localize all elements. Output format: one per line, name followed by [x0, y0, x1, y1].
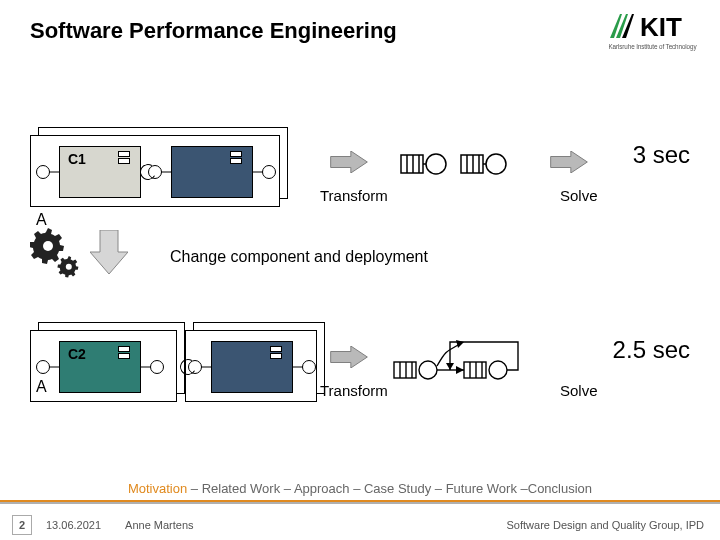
solve-label-2: Solve — [560, 382, 598, 399]
breadcrumb: Motivation – Related Work – Approach – C… — [0, 481, 720, 496]
arrow-right-icon — [330, 346, 368, 368]
svg-rect-24 — [464, 362, 486, 378]
page-number: 2 — [12, 515, 32, 535]
transform-label-1: Transform — [320, 187, 388, 204]
component-c1: C1 — [59, 146, 141, 198]
component-c1-label: C1 — [68, 151, 86, 167]
node-label-a2: A — [36, 378, 47, 396]
queue-icon — [400, 147, 452, 181]
svg-point-23 — [419, 361, 437, 379]
footer-author: Anne Martens — [125, 519, 193, 531]
slide-title: Software Performance Engineering — [30, 18, 397, 44]
result-1: 3 sec — [633, 141, 690, 169]
component-icon — [274, 346, 288, 358]
arrow-down-icon — [90, 230, 128, 274]
footer-date: 13.06.2021 — [46, 519, 101, 531]
component-icon — [122, 151, 136, 163]
solve-label-1: Solve — [560, 187, 598, 204]
change-row: Change component and deployment — [30, 238, 690, 288]
system-box-a1: C1 A — [30, 135, 278, 205]
breadcrumb-rest: – Related Work – Approach – Case Study –… — [187, 481, 592, 496]
pipeline-row-2: C2 A Transform — [30, 330, 690, 420]
pipeline-row-1: C1 A Transform — [30, 135, 690, 225]
kit-logo: KIT Karlsruhe Institute of Technology — [605, 10, 700, 50]
system-box-a2: C2 A — [30, 330, 175, 400]
component-c2-label: C2 — [68, 346, 86, 362]
svg-point-15 — [43, 241, 53, 251]
footer-group: Software Design and Quality Group, IPD — [507, 519, 704, 531]
gear-icon — [30, 228, 80, 278]
arrow-right-icon — [550, 151, 588, 173]
breadcrumb-active: Motivation — [128, 481, 187, 496]
svg-marker-29 — [446, 363, 454, 370]
queue-network-icon — [390, 330, 540, 390]
transform-label-2: Transform — [320, 382, 388, 399]
svg-point-16 — [66, 264, 72, 270]
footer: 2 13.06.2021 Anne Martens Software Desig… — [0, 510, 720, 540]
svg-point-28 — [489, 361, 507, 379]
change-label: Change component and deployment — [170, 248, 428, 266]
arrow-right-icon — [330, 151, 368, 173]
component-dark-1 — [171, 146, 253, 198]
svg-point-6 — [426, 154, 446, 174]
logo-caption: Karlsruhe Institute of Technology — [605, 43, 700, 50]
component-dark-2 — [211, 341, 293, 393]
node-label-a1: A — [36, 211, 47, 229]
svg-rect-19 — [394, 362, 416, 378]
svg-marker-14 — [551, 151, 588, 173]
breadcrumb-divider — [0, 500, 720, 502]
component-icon — [234, 151, 248, 163]
component-icon — [122, 346, 136, 358]
system-box-b2 — [185, 330, 315, 400]
svg-marker-30 — [456, 340, 464, 348]
component-c2: C2 — [59, 341, 141, 393]
result-2: 2.5 sec — [613, 336, 690, 364]
queue-icon — [460, 147, 512, 181]
svg-marker-17 — [90, 230, 128, 274]
svg-text:KIT: KIT — [640, 12, 682, 42]
svg-point-12 — [486, 154, 506, 174]
svg-marker-1 — [331, 151, 368, 173]
svg-marker-18 — [331, 346, 368, 368]
